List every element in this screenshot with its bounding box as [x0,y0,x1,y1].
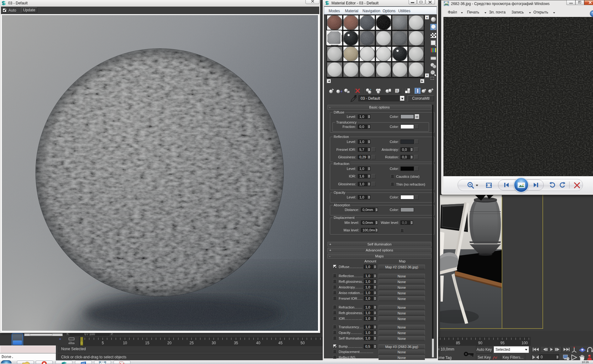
svg-text:0: 0 [396,89,398,93]
